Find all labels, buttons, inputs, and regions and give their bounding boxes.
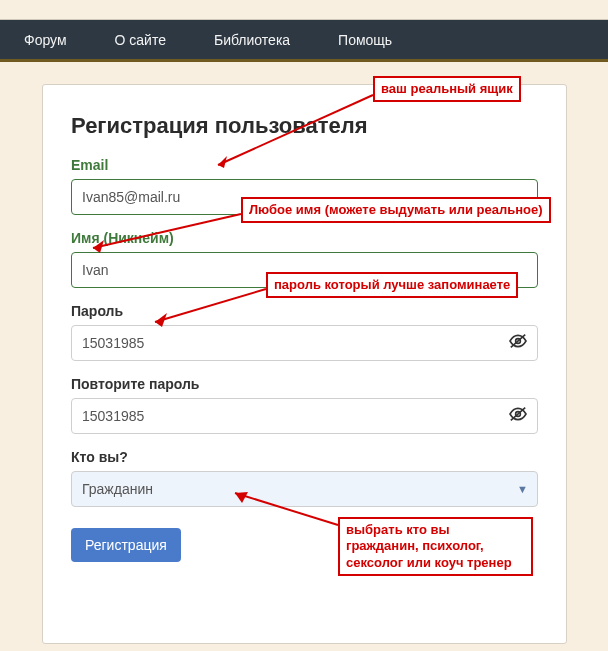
password2-label: Повторите пароль	[71, 376, 538, 392]
topbar-spacer	[0, 0, 608, 20]
register-button[interactable]: Регистрация	[71, 528, 181, 562]
field-who: Кто вы? Гражданин ▼	[71, 449, 538, 507]
password2-input[interactable]	[71, 398, 538, 434]
nav-item-about[interactable]: О сайте	[91, 20, 190, 59]
navbar: Форум О сайте Библиотека Помощь	[0, 20, 608, 62]
nav-item-forum[interactable]: Форум	[0, 20, 91, 59]
page-title: Регистрация пользователя	[71, 113, 538, 139]
password-label: Пароль	[71, 303, 538, 319]
nav-item-library[interactable]: Библиотека	[190, 20, 314, 59]
nickname-label: Имя (Никнейм)	[71, 230, 538, 246]
annotation-nickname: Любое имя (можете выдумать или реальное)	[241, 197, 551, 223]
who-select[interactable]: Гражданин	[71, 471, 538, 507]
annotation-email: ваш реальный ящик	[373, 76, 521, 102]
who-label: Кто вы?	[71, 449, 538, 465]
eye-off-icon[interactable]	[508, 333, 528, 353]
registration-card: Регистрация пользователя Email Имя (Никн…	[42, 84, 567, 644]
email-label: Email	[71, 157, 538, 173]
password-input[interactable]	[71, 325, 538, 361]
annotation-who: выбрать кто вы гражданин, психолог, секс…	[338, 517, 533, 576]
annotation-password: пароль который лучше запоминаете	[266, 272, 518, 298]
nav-item-help[interactable]: Помощь	[314, 20, 416, 59]
field-password: Пароль	[71, 303, 538, 361]
eye-off-icon[interactable]	[508, 406, 528, 426]
field-password-repeat: Повторите пароль	[71, 376, 538, 434]
